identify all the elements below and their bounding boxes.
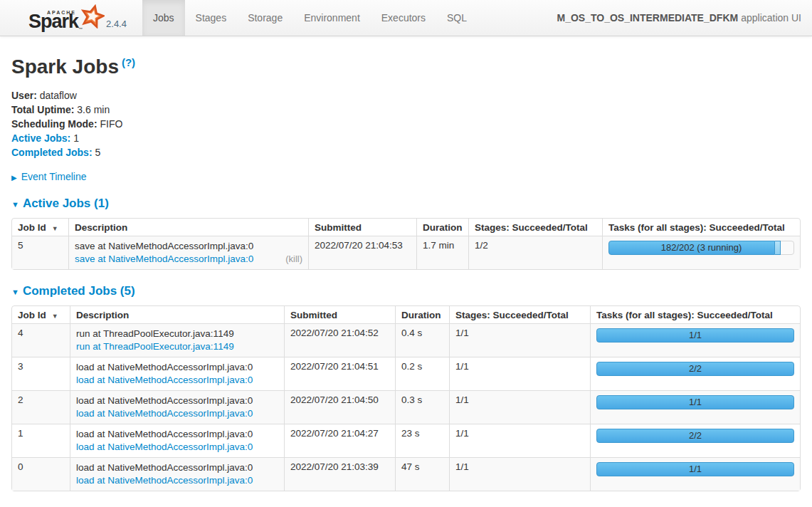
collapse-arrow-icon: ▼ [11,200,19,209]
job-description-text: load at NativeMethodAccessorImpl.java:0 [76,428,278,441]
job-description-link[interactable]: load at NativeMethodAccessorImpl.java:0 [76,474,278,487]
duration-cell: 1.7 min [416,236,468,269]
application-ui-suffix: application UI [741,12,801,23]
job-id-cell: 2 [12,390,70,424]
submitted-cell: 2022/07/20 21:04:53 [308,236,416,269]
summary-scheduling-value: FIFO [100,118,122,130]
col-submitted[interactable]: Submitted [284,306,395,323]
summary-total-uptime: Total Uptime: 3.6 min [11,103,801,117]
duration-cell: 23 s [395,424,449,457]
tasks-progress-bar: 2/2 [596,362,794,376]
completed-job-row: 2 load at NativeMethodAccessorImpl.java:… [12,390,800,424]
progress-label: 2/2 [597,362,793,375]
stages-cell: 1/1 [449,323,590,357]
completed-jobs-link[interactable]: Completed Jobs: [11,147,93,158]
completed-job-row: 3 load at NativeMethodAccessorImpl.java:… [12,357,800,390]
summary-completed-jobs: Completed Jobs: 5 [11,145,801,160]
tasks-progress-bar: 1/1 [596,462,794,476]
col-duration[interactable]: Duration [416,219,468,236]
submitted-cell: 2022/07/20 21:03:39 [284,457,395,491]
summary-uptime-value: 3.6 min [77,104,110,115]
nav-tab-storage[interactable]: Storage [237,0,293,36]
stages-cell: 1/1 [449,357,590,390]
nav-tab-sql[interactable]: SQL [436,0,478,36]
spark-version: 2.4.4 [106,7,127,29]
summary-active-value: 1 [73,132,79,144]
col-tasks[interactable]: Tasks (for all stages): Succeeded/Total [602,219,800,236]
nav-tab-environment[interactable]: Environment [293,0,371,36]
kill-job-link[interactable]: (kill) [285,254,302,264]
nav-tab-executors[interactable]: Executors [371,0,436,36]
tasks-cell: 1/1 [590,457,800,491]
job-description-link[interactable]: run at ThreadPoolExecutor.java:1149 [76,340,278,353]
progress-label: 1/1 [597,463,793,476]
summary-active-jobs: Active Jobs: 1 [11,131,801,145]
collapse-arrow-icon: ▼ [11,288,19,296]
duration-cell: 0.3 s [395,390,449,424]
progress-label: 1/1 [597,396,793,409]
sort-caret-icon: ▼ [52,313,58,320]
job-description-link[interactable]: load at NativeMethodAccessorImpl.java:0 [76,407,278,420]
summary-user-value: dataflow [40,90,77,101]
help-link[interactable]: (?) [122,56,135,68]
completed-job-row: 0 load at NativeMethodAccessorImpl.java:… [12,457,800,491]
job-description-text: load at NativeMethodAccessorImpl.java:0 [76,394,278,407]
col-stages[interactable]: Stages: Succeeded/Total [449,306,590,323]
col-stages[interactable]: Stages: Succeeded/Total [468,219,602,236]
job-description-text: load at NativeMethodAccessorImpl.java:0 [76,461,278,474]
summary-uptime-label: Total Uptime: [11,104,74,115]
active-jobs-header-row: Job Id▼ Description Submitted Duration S… [12,219,800,236]
submitted-cell: 2022/07/20 21:04:51 [284,357,395,390]
duration-cell: 47 s [395,457,449,491]
job-description-link[interactable]: load at NativeMethodAccessorImpl.java:0 [76,374,278,387]
col-description[interactable]: Description [70,306,284,323]
tasks-progress-bar: 1/1 [596,395,794,409]
job-id-cell: 5 [12,236,68,269]
col-description[interactable]: Description [68,219,308,236]
summary-user-label: User: [11,90,37,101]
tasks-progress-bar: 182/202 (3 running) [608,241,794,255]
completed-job-row: 4 run at ThreadPoolExecutor.java:1149 ru… [12,323,800,357]
completed-jobs-table: Job Id▼ Description Submitted Duration S… [11,305,801,491]
submitted-cell: 2022/07/20 21:04:50 [284,390,395,424]
tasks-cell: 2/2 [590,424,800,457]
tasks-progress-bar: 1/1 [596,328,794,343]
job-id-cell: 1 [12,424,70,457]
active-jobs-link[interactable]: Active Jobs: [11,132,70,144]
col-job-id[interactable]: Job Id▼ [12,306,70,323]
duration-cell: 0.2 s [395,357,449,390]
completed-jobs-header-row: Job Id▼ Description Submitted Duration S… [12,306,800,323]
expand-arrow-icon: ▶ [11,174,17,182]
stages-cell: 1/1 [449,457,590,491]
main-content: Spark Jobs(?) User: dataflow Total Uptim… [0,56,812,491]
sort-caret-icon: ▼ [52,225,58,232]
col-submitted[interactable]: Submitted [308,219,416,236]
event-timeline-toggle[interactable]: ▶Event Timeline [11,171,801,182]
col-job-id[interactable]: Job Id▼ [12,219,68,236]
nav-tab-stages[interactable]: Stages [185,0,238,36]
job-description-link[interactable]: load at NativeMethodAccessorImpl.java:0 [76,441,278,454]
star-icon [80,4,105,28]
description-cell: load at NativeMethodAccessorImpl.java:0 … [70,424,284,457]
col-duration[interactable]: Duration [395,306,449,323]
logo-apache-text: APACHE [47,10,76,15]
nav-tabs: Jobs Stages Storage Environment Executor… [142,0,478,36]
job-description-link[interactable]: save at NativeMethodAccessorImpl.java:0 [75,253,253,266]
stages-cell: 1/1 [449,424,590,457]
completed-jobs-section: ▼Completed Jobs (5) Job Id▼ Description … [11,284,801,491]
tasks-cell: 2/2 [590,357,800,390]
stages-cell: 1/1 [449,390,590,424]
summary-completed-value: 5 [95,147,100,158]
application-name: M_OS_TO_OS_INTERMEDIATE_DFKM [557,12,739,23]
event-timeline-label: Event Timeline [21,171,87,182]
job-id-cell: 3 [12,357,70,390]
tasks-cell: 1/1 [590,323,800,357]
navbar: APACHE Spark™ 2.4.4 Jobs Stages Storage … [0,0,812,36]
nav-tab-jobs[interactable]: Jobs [142,0,185,36]
description-cell: load at NativeMethodAccessorImpl.java:0 … [70,457,284,491]
completed-jobs-heading[interactable]: ▼Completed Jobs (5) [11,284,801,298]
col-tasks[interactable]: Tasks (for all stages): Succeeded/Total [590,306,800,323]
active-jobs-heading[interactable]: ▼Active Jobs (1) [11,197,801,211]
job-id-cell: 4 [12,323,70,357]
tasks-cell: 182/202 (3 running) [602,236,800,269]
